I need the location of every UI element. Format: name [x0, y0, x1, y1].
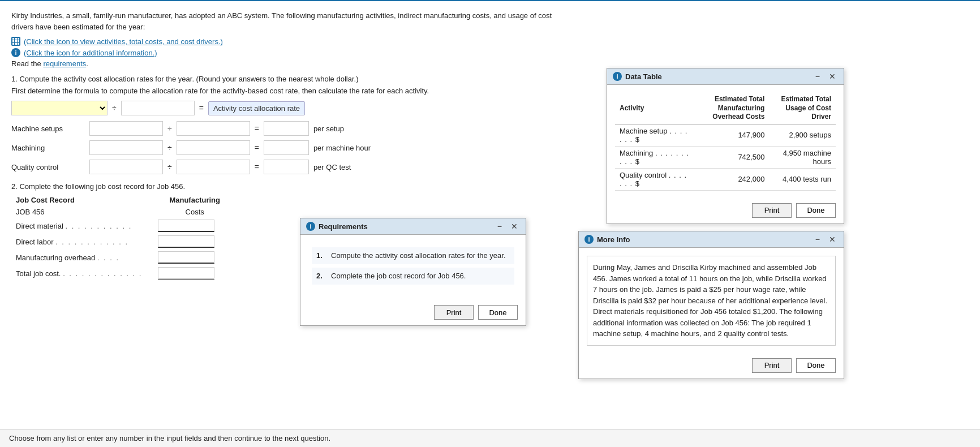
- machine-setups-result[interactable]: [264, 121, 309, 136]
- section1-title: 1. Compute the activity cost allocation …: [11, 75, 555, 83]
- activities-icon-link[interactable]: (Click the icon to view activities, tota…: [11, 37, 555, 46]
- info-icon-link[interactable]: i (Click the icon for additional informa…: [11, 48, 555, 57]
- machine-setup-costs: 147,900: [695, 124, 769, 146]
- info-icon: i: [11, 48, 20, 57]
- machining-usage: 4,950 machine hours: [769, 146, 836, 168]
- divide-op-1: ÷: [167, 124, 172, 133]
- equals-op-2: =: [255, 143, 259, 152]
- quality-control-label: Quality control: [11, 163, 85, 171]
- data-table-done-button[interactable]: Done: [796, 203, 836, 218]
- requirements-print-button[interactable]: Print: [434, 305, 474, 320]
- data-table-row-machining: Machining . . . . . . . . . . $ 742,500 …: [615, 146, 836, 168]
- more-info-minimize-button[interactable]: −: [813, 235, 822, 243]
- machine-setups-unit: per setup: [313, 124, 344, 133]
- usage-col-header: Estimated Total Usage of Cost Driver: [769, 93, 836, 124]
- requirements-panel-footer: Print Done: [300, 300, 526, 325]
- more-info-panel-body: During May, James and Driscilla Kirby ma…: [579, 248, 844, 354]
- formula-result-label: Activity cost allocation rate: [208, 101, 305, 115]
- requirement-item-1: 1. Compute the activity cost allocation …: [312, 247, 514, 264]
- equals-op-3: =: [255, 162, 259, 171]
- activity-row-quality-control: Quality control ÷ = per QC test: [11, 160, 555, 174]
- quality-control-numerator[interactable]: [89, 160, 163, 174]
- activities-link-text[interactable]: (Click the icon to view activities, tota…: [24, 37, 223, 46]
- more-info-done-button[interactable]: Done: [796, 358, 836, 373]
- formula-select[interactable]: [11, 101, 108, 115]
- formula-row: ÷ = Activity cost allocation rate: [11, 101, 555, 115]
- quality-control-unit: per QC test: [313, 163, 351, 171]
- requirements-panel-header: i Requirements − ✕: [300, 218, 526, 235]
- read-requirements-text: Read the requirements.: [11, 59, 555, 68]
- requirements-link[interactable]: requirements: [43, 59, 86, 68]
- data-table-header-row: Activity Estimated Total Manufacturing O…: [615, 93, 836, 124]
- requirements-info-icon: i: [306, 222, 315, 231]
- requirements-close-button[interactable]: ✕: [509, 222, 520, 230]
- section1-subtitle: First determine the formula to compute t…: [11, 87, 555, 95]
- quality-control-denominator[interactable]: [177, 160, 250, 174]
- requirement-item-2: 2. Complete the job cost record for Job …: [312, 268, 514, 285]
- machining-result[interactable]: [264, 140, 309, 155]
- data-table-row-quality-control: Quality control . . . . . . . $ 242,000 …: [615, 168, 836, 190]
- job-number: JOB 456: [11, 206, 147, 218]
- data-table-title: Data Table: [625, 72, 662, 81]
- table-row: Total job cost. . . . . . . . . . . . . …: [11, 265, 225, 281]
- data-table-footer: Print Done: [607, 199, 844, 224]
- data-table-info-icon: i: [613, 72, 622, 81]
- job-cost-table: Job Cost Record Manufacturing JOB 456 Co…: [11, 194, 225, 281]
- more-info-panel-footer: Print Done: [579, 354, 844, 379]
- machine-setups-denominator[interactable]: [177, 121, 250, 136]
- table-row: Direct material . . . . . . . . . . .: [11, 218, 225, 234]
- total-job-cost-label: Total job cost. . . . . . . . . . . . . …: [11, 265, 147, 281]
- table-row: Manufacturing overhead . . . .: [11, 250, 225, 265]
- machining-activity: Machining . . . . . . . . . . $: [615, 146, 695, 168]
- data-table-close-button[interactable]: ✕: [827, 72, 838, 80]
- col2-header: Manufacturing: [147, 194, 225, 206]
- activity-row-machining: Machining ÷ = per machine hour: [11, 140, 555, 155]
- requirements-list: 1. Compute the activity cost allocation …: [308, 243, 518, 293]
- overhead-costs-col-header: Estimated Total Manufacturing Overhead C…: [695, 93, 769, 124]
- machining-denominator[interactable]: [177, 140, 250, 155]
- more-info-panel-header: i More Info − ✕: [579, 231, 844, 248]
- bottom-bar: Choose from any list or enter any number…: [0, 429, 980, 447]
- activity-row-machine-setups: Machine setups ÷ = per setup: [11, 121, 555, 136]
- info-link-text[interactable]: (Click the icon for additional informati…: [24, 49, 157, 57]
- data-table-panel: i Data Table − ✕ Activity Estimated Tota…: [607, 68, 844, 224]
- bottom-bar-text: Choose from any list or enter any number…: [9, 434, 330, 442]
- machining-unit: per machine hour: [313, 144, 371, 152]
- requirements-panel-body: 1. Compute the activity cost allocation …: [300, 235, 526, 300]
- data-table-print-button[interactable]: Print: [752, 203, 792, 218]
- data-table-header: i Data Table − ✕: [607, 68, 844, 85]
- more-info-print-button[interactable]: Print: [752, 358, 792, 373]
- machine-setups-numerator[interactable]: [89, 121, 163, 136]
- total-job-cost-input[interactable]: [158, 267, 214, 280]
- more-info-text: During May, James and Driscilla Kirby ma…: [587, 256, 836, 346]
- table-header-row: Job Cost Record Manufacturing: [11, 194, 225, 206]
- direct-material-input[interactable]: [158, 220, 214, 232]
- manufacturing-overhead-label: Manufacturing overhead . . . .: [11, 250, 147, 265]
- machining-costs: 742,500: [695, 146, 769, 168]
- more-info-panel-title: More Info: [597, 235, 630, 244]
- more-info-close-button[interactable]: ✕: [827, 235, 838, 243]
- machine-setup-usage: 2,900 setups: [769, 124, 836, 146]
- requirements-panel: i Requirements − ✕ 1. Compute the activi…: [300, 218, 526, 326]
- activity-col-header: Activity: [615, 93, 695, 124]
- quality-control-activity: Quality control . . . . . . . $: [615, 168, 695, 190]
- equals-operator: =: [199, 104, 204, 113]
- table-row: Direct labor . . . . . . . . . . . .: [11, 234, 225, 250]
- direct-labor-input[interactable]: [158, 235, 214, 248]
- data-table-row-machine-setup: Machine setup . . . . . . . $ 147,900 2,…: [615, 124, 836, 146]
- formula-divisor-input[interactable]: [121, 101, 195, 115]
- machine-setup-activity: Machine setup . . . . . . . $: [615, 124, 695, 146]
- intro-text: Kirby Industries, a small, family-run ma…: [11, 10, 555, 32]
- col1-header: Job Cost Record: [11, 194, 147, 206]
- machine-setups-label: Machine setups: [11, 124, 85, 133]
- requirements-done-button[interactable]: Done: [478, 305, 518, 320]
- machining-numerator[interactable]: [89, 140, 163, 155]
- data-table-body: Activity Estimated Total Manufacturing O…: [607, 85, 844, 199]
- data-table-minimize-button[interactable]: −: [813, 72, 822, 80]
- requirements-minimize-button[interactable]: −: [495, 222, 504, 230]
- quality-control-result[interactable]: [264, 160, 309, 174]
- direct-labor-label: Direct labor . . . . . . . . . . . .: [11, 234, 147, 250]
- job-number-row: JOB 456 Costs: [11, 206, 225, 218]
- manufacturing-overhead-input[interactable]: [158, 251, 214, 264]
- divide-op-2: ÷: [167, 143, 172, 152]
